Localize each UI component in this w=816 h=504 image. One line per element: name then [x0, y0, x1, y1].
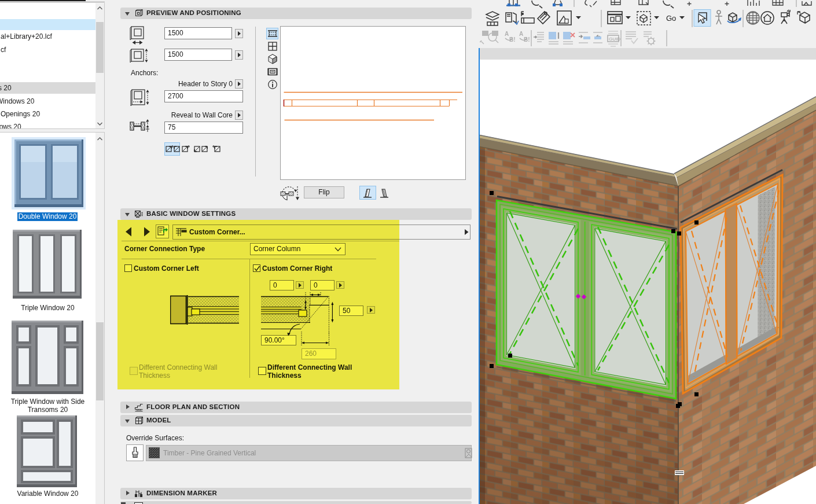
svg-text:A: A	[519, 31, 523, 37]
svg-text:Go: Go	[666, 14, 676, 23]
svg-text:A: A	[505, 31, 509, 37]
svg-text:GUID: GUID	[609, 36, 620, 42]
